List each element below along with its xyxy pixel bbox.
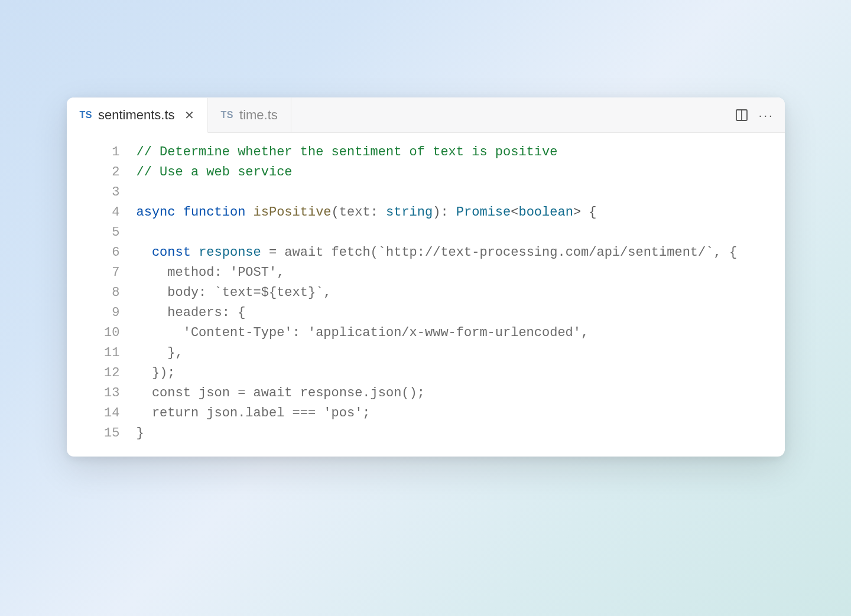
code-line: headers: { (137, 303, 785, 323)
code-token: Promise (456, 205, 511, 220)
more-icon[interactable]: ··· (759, 109, 774, 121)
editor-window: TS sentiments.ts ✕ TS time.ts ··· 1 2 3 … (67, 97, 785, 457)
code-token (191, 245, 199, 260)
code-token: async (137, 205, 176, 220)
code-line: } (137, 423, 785, 444)
tab-time[interactable]: TS time.ts (208, 97, 291, 132)
code-line: body: `text=${text}`, (137, 283, 785, 303)
line-number: 13 (67, 383, 120, 403)
line-number: 10 (67, 323, 120, 343)
line-number: 9 (67, 303, 120, 323)
code-line: }, (137, 343, 785, 363)
code-line: }); (137, 363, 785, 383)
code-token: string (386, 205, 433, 220)
code-token: const json = await response.json(); (137, 386, 425, 400)
line-number: 15 (67, 423, 120, 444)
code-token: await fetch(`http://text-processing.com/… (277, 245, 737, 260)
code-token: const (152, 245, 191, 260)
code-token: function (183, 205, 246, 220)
line-number: 3 (67, 182, 120, 203)
code-token: < (511, 205, 518, 220)
code-line: // Determine whether the sentiment of te… (137, 142, 785, 162)
line-number: 2 (67, 162, 120, 182)
code-line (137, 223, 785, 243)
code-line: async function isPositive(text: string):… (137, 203, 785, 223)
close-icon[interactable]: ✕ (184, 108, 194, 122)
tab-sentiments[interactable]: TS sentiments.ts ✕ (67, 98, 208, 133)
code-token: }, (137, 346, 183, 360)
code-token: ): (433, 205, 456, 220)
line-number: 11 (67, 343, 120, 363)
code-token: headers: { (137, 305, 246, 320)
split-editor-icon[interactable] (735, 109, 748, 122)
code-content[interactable]: // Determine whether the sentiment of te… (137, 142, 785, 444)
tab-bar: TS sentiments.ts ✕ TS time.ts ··· (67, 97, 785, 133)
code-token: response (199, 245, 261, 260)
tab-label: sentiments.ts (98, 107, 175, 123)
line-number: 14 (67, 403, 120, 423)
line-number: 12 (67, 363, 120, 383)
line-number: 8 (67, 283, 120, 303)
line-number: 4 (67, 203, 120, 223)
code-token: > { (573, 205, 597, 220)
code-token: boolean (518, 205, 573, 220)
tab-actions: ··· (735, 109, 774, 122)
line-number: 6 (67, 243, 120, 263)
code-token: // Determine whether the sentiment of te… (137, 145, 558, 159)
typescript-icon: TS (221, 110, 233, 120)
code-token: ( (332, 205, 339, 220)
code-editor[interactable]: 1 2 3 4 5 6 7 8 9 10 11 12 13 14 15 // D… (67, 133, 785, 457)
code-token: } (137, 426, 144, 441)
code-token: return json.label === 'pos'; (137, 406, 371, 421)
code-line: 'Content-Type': 'application/x-www-form-… (137, 323, 785, 343)
code-token: // Use a web service (137, 165, 293, 180)
code-token (261, 245, 269, 260)
code-token: }); (137, 366, 176, 380)
code-token: body: `text=${text}`, (137, 285, 332, 300)
code-line: const response = await fetch(`http://tex… (137, 243, 785, 263)
code-token: text (339, 205, 371, 220)
code-token: 'Content-Type': 'application/x-www-form-… (137, 325, 589, 340)
code-token: method: 'POST', (137, 265, 285, 280)
code-token: isPositive (254, 205, 332, 220)
code-token: = (269, 245, 277, 260)
line-number: 5 (67, 223, 120, 243)
code-line (137, 182, 785, 203)
line-number: 7 (67, 263, 120, 283)
tab-label: time.ts (239, 107, 278, 123)
code-line: const json = await response.json(); (137, 383, 785, 403)
typescript-icon: TS (80, 110, 92, 120)
code-line: // Use a web service (137, 162, 785, 182)
line-number: 1 (67, 142, 120, 162)
code-line: method: 'POST', (137, 263, 785, 283)
code-line: return json.label === 'pos'; (137, 403, 785, 423)
code-token: : (371, 205, 386, 220)
line-number-gutter: 1 2 3 4 5 6 7 8 9 10 11 12 13 14 15 (67, 142, 137, 444)
code-token (137, 245, 152, 260)
